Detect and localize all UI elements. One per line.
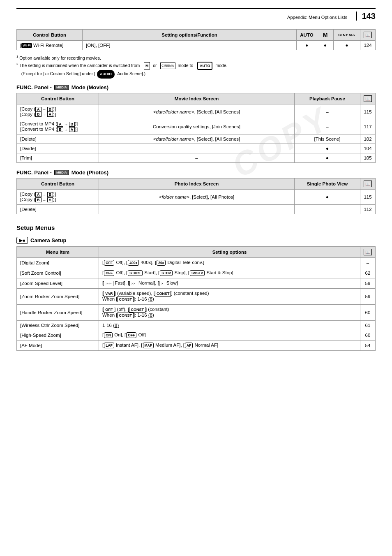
movies-col-movie: Movie Index Screen [99, 93, 295, 104]
high-speed-zoom-item: [High-Speed Zoom] [17, 330, 99, 340]
handle-zoom-item: [Handle Rocker Zoom Speed] [17, 304, 99, 320]
convert-mp4-movie: Conversion quality settings, [Join Scene… [99, 119, 295, 134]
zoom-speed-item: [Zoom Speed Level] [17, 278, 99, 288]
cinema-badge-fn: CINEMA [160, 63, 175, 69]
table-row: [Wireless Ctrlr Zoom Speed] 1-16 (8) 61 [17, 320, 376, 330]
box-a: A [35, 107, 42, 112]
zoom-speed-options: [>>> Fast], [>> Normal], [> Slow] [99, 278, 360, 288]
handle-zoom-options: [OFF] (off), [CONST] (constant) When [CO… [99, 304, 360, 320]
zoom-speed-page: 59 [360, 278, 376, 288]
high-speed-zoom-options: [ON On], [OFF Off] [99, 330, 360, 340]
camera-col-item: Menu item [17, 247, 99, 258]
delete-row: [Delete] [17, 134, 99, 144]
divide-playback: ● [295, 144, 360, 153]
table-row: [Wi-Fi Wi-Fi Remote] [ON], [OFF] ● ● ● 1… [17, 41, 376, 50]
maf-badge: MAF [143, 343, 154, 348]
400x-badge: 400x [128, 260, 139, 266]
ab-arrow3: A→B [35, 192, 53, 197]
auto-badge-fn: AUTO [197, 62, 212, 70]
startstop-badge: S&STP [190, 270, 205, 276]
footnote-1: 1 Option available only for recording mo… [16, 54, 376, 61]
trim-page: 105 [360, 153, 376, 163]
const-badge4: CONST [117, 313, 134, 318]
const-badge3: CONST [129, 307, 145, 313]
start-badge: START [128, 270, 143, 276]
box-a2: A [47, 112, 53, 117]
rocker-zoom-options: [VAR] (variable speed), [CONST] (constan… [99, 288, 360, 304]
soft-zoom-page: 62 [360, 268, 376, 278]
rocker-zoom-page: 59 [360, 288, 376, 304]
movies-col-control: Control Button [17, 93, 99, 104]
func-movies-title: FUNC. Panel - MEDIA Mode (Movies) [16, 84, 376, 90]
photos-delete-row: [Delete] [17, 205, 99, 214]
delete-movie: <date/folder name>, [Select], [All Scene… [99, 134, 295, 144]
table-row: [Digital Zoom] [OFF Off], [400x 400x], [… [17, 258, 376, 268]
ba-arrow2: B→A [57, 127, 75, 132]
digital-zoom-item: [Digital Zoom] [17, 258, 99, 268]
high-speed-zoom-page: 60 [360, 330, 376, 340]
table-row: [Delete] <date/folder name>, [Select], [… [17, 134, 376, 144]
copy-ab-playback: – [295, 104, 360, 119]
func-photos-title: FUNC. Panel - MEDIA Mode (Photos) [16, 169, 376, 176]
col-header-book: 📖 [360, 30, 376, 41]
trim-movie: – [99, 153, 295, 163]
ba-arrow3: B→A [35, 197, 53, 202]
media-badge-photos: MEDIA [54, 170, 69, 175]
wifi-page: 124 [360, 41, 376, 50]
table-row: [Zoom Rocker Zoom Speed] [VAR] (variable… [17, 288, 376, 304]
rocker-zoom-item: [Zoom Rocker Zoom Speed] [17, 288, 99, 304]
const-badge2: CONST [117, 297, 134, 302]
copy-ab-page: 115 [360, 104, 376, 119]
copy-ab-movie: <date/folder name>, [Select], [All Scene… [99, 104, 295, 119]
wireless-zoom-page: 61 [360, 320, 376, 330]
col-header-m: M [317, 30, 334, 41]
setup-menus-title: Setup Menus [16, 224, 376, 231]
photos-col-photo: Photo Index Screen [99, 178, 295, 190]
box-b2: B [35, 112, 42, 117]
page-header: Appendix: Menu Options Lists 143 [16, 8, 376, 21]
trim-playback: ● [295, 153, 360, 163]
table-row: [Zoom Speed Level] [>>> Fast], [>> Norma… [17, 278, 376, 288]
book-icon: 📖 [364, 32, 372, 38]
table-row: [AF Mode] [LAF Instant AF], [MAF Medium … [17, 340, 376, 350]
header-title: Appendix: Menu Options Lists [287, 15, 347, 20]
photos-delete-single [295, 205, 360, 214]
book-icon-3: 📖 [364, 181, 372, 187]
off-badge: OFF [104, 260, 114, 266]
table-row: [Divide] – ● 104 [17, 144, 376, 153]
photos-col-single: Single Photo View [295, 178, 360, 190]
laf-badge: LAF [104, 343, 114, 348]
table-row: [Convert to MP4 (A→B)] [Convert to MP4 (… [17, 119, 376, 134]
af-mode-item: [AF Mode] [17, 340, 99, 350]
digital-zoom-page: – [360, 258, 376, 268]
audio-badge: AUDIO [97, 70, 115, 78]
normal-icon: >> [129, 281, 137, 286]
const-badge: CONST [155, 291, 171, 297]
book-icon-2: 📖 [364, 95, 372, 102]
camera-icon: ▶■ [16, 237, 28, 244]
wifi-setting: [ON], [OFF] [83, 41, 297, 50]
table-row: [Handle Rocker Zoom Speed] [OFF] (off), … [17, 304, 376, 320]
col-header-cinema: CINEMA [334, 30, 360, 41]
photos-delete-page: 112 [360, 205, 376, 214]
convert-mp4-row: [Convert to MP4 (A→B)] [Convert to MP4 (… [17, 119, 99, 134]
20x-badge: 20x [157, 260, 166, 266]
table-row: [Soft Zoom Control] [OFF Off], [START St… [17, 268, 376, 278]
off-badge3: OFF [104, 307, 114, 313]
camera-setup-table: Menu item Setting options 📖 [Digital Zoo… [16, 246, 376, 350]
media-badge-movies: MEDIA [54, 85, 69, 90]
af-badge: AF [185, 343, 193, 348]
page-number: 143 [356, 12, 376, 21]
wifi-table: Control Button Setting options/Function … [16, 29, 376, 50]
photos-col-control: Control Button [17, 178, 99, 190]
camera-col-book: 📖 [360, 247, 376, 258]
wifi-control: [Wi-Fi Wi-Fi Remote] [17, 41, 83, 50]
func-photos-table: Control Button Photo Index Screen Single… [16, 178, 376, 214]
af-mode-page: 54 [360, 340, 376, 350]
func-movies-table: Control Button Movie Index Screen Playba… [16, 93, 376, 163]
ab-arrow2: A→B [57, 122, 75, 127]
box-b: B [47, 107, 53, 112]
wifi-badge: Wi-Fi [21, 43, 32, 48]
m-badge: M [144, 62, 150, 70]
wireless-zoom-item: [Wireless Ctrlr Zoom Speed] [17, 320, 99, 330]
